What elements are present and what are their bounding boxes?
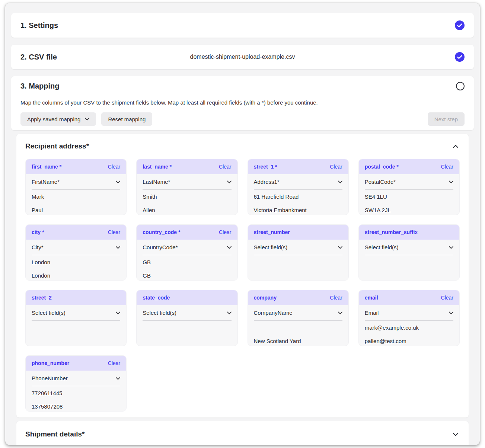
sample-value: Allen	[143, 203, 231, 215]
reset-mapping-label: Reset mapping	[108, 116, 146, 122]
field-card-body: Select field(s)	[26, 305, 126, 321]
check-circle-icon	[455, 52, 465, 62]
field-select[interactable]: LastName*	[143, 174, 231, 190]
field-card-body: Email mark@example.co.ukpallen@test.com	[359, 305, 459, 346]
collapse-section-button[interactable]	[452, 143, 460, 150]
field-name-label: state_code	[143, 295, 170, 301]
field-select[interactable]: PhoneNumber	[32, 371, 120, 386]
step-mapping-card: 3. Mapping Map the columns of your CSV t…	[11, 76, 474, 130]
chevron-down-icon	[227, 246, 232, 249]
field-select-value: Select field(s)	[254, 244, 288, 250]
field-select-value: PostalCode*	[365, 179, 396, 185]
chevron-down-icon	[85, 118, 89, 121]
field-name-label: city *	[32, 229, 44, 235]
field-mapping-card: street_number_suffix Select field(s)	[358, 224, 460, 281]
field-select-value: City*	[32, 244, 44, 250]
sample-value: London	[32, 255, 120, 269]
clear-button[interactable]: Clear	[441, 164, 453, 170]
upload-wizard: 1. Settings 2. CSV file domestic-shipmen…	[5, 3, 480, 445]
field-card-header: street_2	[26, 290, 126, 305]
clear-button[interactable]: Clear	[330, 164, 342, 170]
field-select-value: CountryCode*	[143, 244, 178, 250]
clear-button[interactable]: Clear	[108, 164, 120, 170]
field-name-label: country_code *	[143, 229, 180, 235]
field-card-header: city * Clear	[26, 225, 126, 240]
field-select-value: Select field(s)	[365, 244, 399, 250]
clear-button[interactable]: Clear	[219, 164, 231, 170]
step-settings-card[interactable]: 1. Settings	[11, 13, 474, 38]
reset-mapping-button[interactable]: Reset mapping	[101, 112, 152, 126]
field-card-body: Select field(s)	[137, 305, 237, 321]
sample-value: GB	[143, 269, 231, 281]
field-mapping-card: street_1 * Clear Address1* 61 Harefield …	[248, 159, 349, 215]
field-name-label: street_number_suffix	[365, 229, 418, 235]
field-select[interactable]: CompanyName	[254, 305, 342, 321]
expand-section-button[interactable]	[452, 431, 460, 438]
field-mapping-card: state_code Select field(s)	[136, 290, 237, 346]
chevron-down-icon	[116, 377, 120, 380]
field-card-header: state_code	[137, 290, 237, 305]
sample-value: 61 Harefield Road	[254, 190, 342, 203]
step-settings-status	[455, 20, 465, 30]
field-select[interactable]: CountryCode*	[143, 240, 231, 255]
field-mapping-card: first_name * Clear FirstName* MarkPaul	[25, 159, 127, 215]
field-select[interactable]: Select field(s)	[365, 240, 453, 255]
field-mapping-card: company Clear CompanyName New Scotland Y…	[248, 290, 349, 346]
chevron-down-icon	[338, 246, 342, 249]
field-name-label: email	[365, 295, 378, 301]
next-step-label: Next step	[434, 116, 458, 122]
field-select-value: Email	[365, 310, 379, 316]
field-card-header: country_code * Clear	[137, 225, 237, 240]
sample-value: mark@example.co.uk	[365, 321, 453, 334]
field-card-header: company Clear	[248, 290, 348, 305]
field-name-label: street_number	[254, 229, 290, 235]
field-select-value: Address1*	[254, 179, 280, 185]
field-name-label: postal_code *	[365, 164, 399, 170]
field-select[interactable]: Email	[365, 305, 453, 321]
step-csv-file-card[interactable]: 2. CSV file domestic-shipment-upload-exa…	[11, 45, 474, 69]
apply-saved-mapping-button[interactable]: Apply saved mapping	[20, 112, 96, 126]
field-card-header: postal_code * Clear	[359, 159, 459, 174]
clear-button[interactable]: Clear	[441, 295, 453, 301]
step-settings-title: 1. Settings	[20, 21, 58, 30]
field-mapping-card: postal_code * Clear PostalCode* SE4 1LUS…	[358, 159, 460, 215]
csv-file-name: domestic-shipment-upload-example.csv	[190, 54, 295, 60]
sample-value	[254, 321, 342, 334]
recipient-address-section: Recipient address* first_name * Clear Fi…	[16, 134, 469, 417]
field-select[interactable]: Select field(s)	[32, 305, 120, 321]
clear-button[interactable]: Clear	[108, 360, 120, 366]
field-select[interactable]: City*	[32, 240, 120, 255]
mapping-toolbar: Apply saved mapping Reset mapping Next s…	[20, 112, 465, 126]
field-mapping-card: street_number Select field(s)	[248, 224, 349, 281]
check-circle-icon	[455, 20, 465, 30]
clear-button[interactable]: Clear	[108, 229, 120, 235]
shipment-details-section[interactable]: Shipment details*	[16, 421, 469, 445]
field-select[interactable]: Select field(s)	[143, 305, 231, 321]
clear-button[interactable]: Clear	[330, 295, 342, 301]
field-select-value: LastName*	[143, 179, 170, 185]
incomplete-circle-icon	[456, 82, 465, 90]
field-select[interactable]: PostalCode*	[365, 174, 453, 190]
field-select[interactable]: Address1*	[254, 174, 342, 190]
sample-value: 7720611445	[32, 386, 120, 400]
field-name-label: company	[254, 295, 277, 301]
field-select[interactable]: Select field(s)	[254, 240, 342, 255]
sample-value: Mark	[32, 190, 120, 203]
sample-value: Paul	[32, 203, 120, 215]
field-select-value: PhoneNumber	[32, 375, 68, 381]
chevron-down-icon	[449, 180, 453, 183]
chevron-down-icon	[116, 311, 120, 314]
field-mapping-card: last_name * Clear LastName* SmithAllen	[136, 159, 237, 215]
field-card-body: CompanyName New Scotland Yard	[248, 305, 348, 346]
field-card-body: Select field(s)	[248, 240, 348, 255]
field-select[interactable]: FirstName*	[32, 174, 120, 190]
sample-value: London	[32, 269, 120, 281]
chevron-down-icon	[449, 311, 453, 314]
field-card-header: street_1 * Clear	[248, 159, 348, 174]
sample-value: Smith	[143, 190, 231, 203]
field-name-label: last_name *	[143, 164, 172, 170]
clear-button[interactable]: Clear	[219, 229, 231, 235]
sample-value: pallen@test.com	[365, 334, 453, 346]
next-step-button[interactable]: Next step	[428, 112, 465, 126]
sample-value: SE4 1LU	[365, 190, 453, 203]
